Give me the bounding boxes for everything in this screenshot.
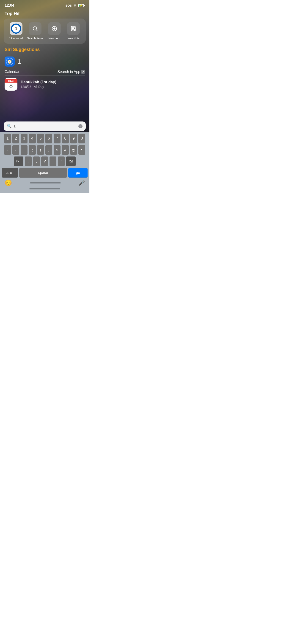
key-2[interactable]: 2	[12, 134, 19, 143]
1password-label: 1Password	[9, 37, 23, 40]
key-abc[interactable]: ABC	[2, 168, 18, 178]
keyboard-accessories: 😊 🎤	[0, 178, 89, 186]
key-at[interactable]: @	[70, 145, 77, 155]
wifi-icon	[73, 4, 77, 7]
search-bar[interactable]: 🔍 1 ✕	[4, 122, 86, 131]
keyboard-special-row: #+= . , ? ! ' ⌫	[1, 156, 88, 166]
search-bar-icon: 🔍	[7, 124, 12, 128]
status-icons: SOS ⚡	[66, 4, 85, 7]
key-8[interactable]: 8	[62, 134, 69, 143]
key-0[interactable]: 0	[78, 134, 85, 143]
event-title: Hanukkah (1st day)	[21, 80, 85, 84]
key-6[interactable]: 6	[45, 134, 52, 143]
search-items-icon	[29, 22, 42, 35]
safari-suggestion-row[interactable]: 🧭 1	[0, 54, 89, 69]
key-4[interactable]: 4	[29, 134, 36, 143]
key-1[interactable]: 1	[4, 134, 11, 143]
key-apostrophe[interactable]: '	[58, 156, 65, 166]
calendar-icon: DEC 8	[5, 78, 18, 90]
keyboard: 1 2 3 4 5 6 7 8 9 0 - / : ; ( ) $ & @ " …	[0, 132, 89, 178]
app-item-search-items[interactable]: Search Items	[27, 22, 43, 40]
key-close-paren[interactable]: )	[45, 145, 52, 155]
search-bar-area: 🔍 1 ✕	[0, 120, 89, 132]
key-quote[interactable]: "	[78, 145, 85, 155]
key-9[interactable]: 9	[70, 134, 77, 143]
new-item-label: New Item	[48, 37, 60, 40]
search-in-app-button[interactable]: Search in App ↗	[57, 70, 85, 74]
app-item-new-note[interactable]: New Note	[65, 22, 82, 40]
key-7[interactable]: 7	[54, 134, 61, 143]
search-items-label: Search Items	[27, 37, 43, 40]
key-minus[interactable]: -	[4, 145, 11, 155]
battery-icon: ⚡	[78, 4, 85, 7]
new-note-label: New Note	[67, 37, 80, 40]
calendar-month: DEC	[5, 79, 18, 82]
home-indicator-pill	[29, 188, 60, 190]
key-go[interactable]: go	[68, 168, 88, 178]
search-input[interactable]: 1	[14, 124, 77, 128]
keyboard-bottom-row: ABC space go	[1, 168, 88, 178]
event-date: 12/8/23 · All Day	[21, 85, 85, 88]
svg-line-1	[36, 30, 38, 31]
new-item-icon	[48, 22, 61, 35]
key-colon[interactable]: :	[21, 145, 28, 155]
microphone-button[interactable]: 🎤	[79, 180, 85, 186]
calendar-day: 8	[9, 82, 13, 90]
key-period[interactable]: .	[25, 156, 32, 166]
emoji-button[interactable]: 😊	[5, 179, 12, 186]
key-5[interactable]: 5	[37, 134, 44, 143]
new-note-icon	[67, 22, 80, 35]
keyboard-symbol-row: - / : ; ( ) $ & @ "	[1, 145, 88, 155]
app-item-1password[interactable]: 1 1Password	[8, 22, 24, 40]
top-hit-label: Top Hit	[0, 9, 89, 18]
key-question[interactable]: ?	[41, 156, 48, 166]
keyboard-number-row: 1 2 3 4 5 6 7 8 9 0	[1, 134, 88, 143]
siri-suggestions-label: Siri Suggestions	[0, 44, 89, 52]
calendar-event-row[interactable]: DEC 8 Hanukkah (1st day) 12/8/23 · All D…	[0, 76, 89, 93]
event-details: Hanukkah (1st day) 12/8/23 · All Day	[21, 80, 85, 88]
status-time: 12:04	[5, 3, 14, 8]
key-open-paren[interactable]: (	[37, 145, 44, 155]
1password-icon: 1	[10, 22, 23, 35]
home-indicator	[30, 182, 61, 184]
key-slash[interactable]: /	[12, 145, 19, 155]
key-exclamation[interactable]: !	[50, 156, 56, 166]
key-space[interactable]: space	[19, 168, 67, 178]
key-hashtag-switch[interactable]: #+=	[14, 156, 23, 166]
key-semicolon[interactable]: ;	[29, 145, 36, 155]
top-hit-card: 1 1Password Search Items	[4, 18, 86, 44]
sos-indicator: SOS	[66, 4, 72, 7]
key-ampersand[interactable]: &	[62, 145, 69, 155]
key-dollar[interactable]: $	[54, 145, 61, 155]
calendar-app-name: Calendar	[5, 70, 20, 74]
key-backspace[interactable]: ⌫	[66, 156, 76, 166]
key-3[interactable]: 3	[21, 134, 28, 143]
safari-app-icon: 🧭	[5, 56, 15, 66]
safari-compass-needle: 🧭	[7, 60, 12, 64]
safari-suggestion-count: 1	[18, 58, 21, 65]
key-comma[interactable]: ,	[33, 156, 40, 166]
1password-numeral: 1	[15, 26, 18, 31]
search-in-app-arrow-icon: ↗	[81, 70, 85, 74]
app-item-new-item[interactable]: New Item	[46, 22, 63, 40]
status-bar: 12:04 SOS ⚡	[0, 0, 89, 9]
home-indicator-area	[0, 186, 89, 193]
calendar-section-header: Calendar Search in App ↗	[0, 69, 89, 74]
clear-search-button[interactable]: ✕	[78, 124, 83, 128]
